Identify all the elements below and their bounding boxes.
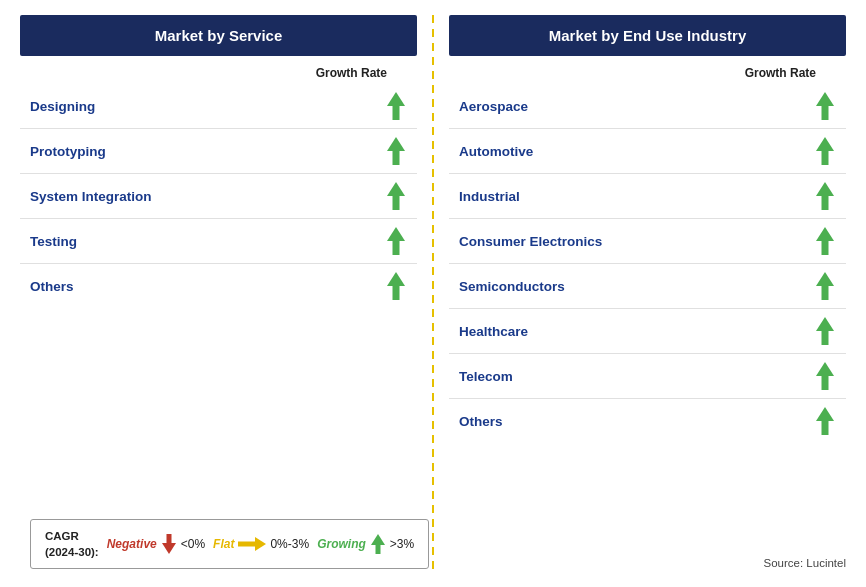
table-row: Consumer Electronics [449, 219, 846, 264]
left-items-list: Designing Prototyping System Integration… [20, 84, 417, 308]
up-arrow-icon [385, 92, 407, 120]
list-item: Semiconductors [459, 279, 565, 294]
flat-arrow-icon [238, 536, 266, 552]
legend-title: CAGR (2024-30): [45, 528, 99, 560]
up-arrow-icon [814, 272, 836, 300]
list-item: Testing [30, 234, 77, 249]
table-row: Telecom [449, 354, 846, 399]
legend-negative: Negative <0% [107, 534, 205, 554]
table-row: Semiconductors [449, 264, 846, 309]
list-item: Others [459, 414, 503, 429]
right-growth-rate-label: Growth Rate [449, 66, 846, 80]
growing-arrow-icon [370, 534, 386, 554]
up-arrow-icon [814, 317, 836, 345]
main-container: Market by Service Growth Rate Designing … [0, 0, 866, 587]
list-item: System Integration [30, 189, 152, 204]
panel-divider [432, 15, 434, 572]
list-item: Telecom [459, 369, 513, 384]
right-items-list: Aerospace Automotive Industrial Consumer… [449, 84, 846, 443]
list-item: Designing [30, 99, 95, 114]
table-row: Industrial [449, 174, 846, 219]
table-row: Testing [20, 219, 417, 264]
legend-growing: Growing >3% [317, 534, 414, 554]
up-arrow-icon [814, 362, 836, 390]
table-row: Healthcare [449, 309, 846, 354]
table-row: Others [20, 264, 417, 308]
table-row: Automotive [449, 129, 846, 174]
right-panel-header: Market by End Use Industry [449, 15, 846, 56]
up-arrow-icon [814, 137, 836, 165]
table-row: Others [449, 399, 846, 443]
list-item: Industrial [459, 189, 520, 204]
up-arrow-icon [385, 182, 407, 210]
up-arrow-icon [385, 137, 407, 165]
negative-arrow-icon [161, 534, 177, 554]
list-item: Healthcare [459, 324, 528, 339]
list-item: Others [30, 279, 74, 294]
legend-flat: Flat 0%-3% [213, 536, 309, 552]
up-arrow-icon [814, 227, 836, 255]
left-panel-header: Market by Service [20, 15, 417, 56]
list-item: Automotive [459, 144, 533, 159]
up-arrow-icon [385, 272, 407, 300]
up-arrow-icon [814, 92, 836, 120]
list-item: Aerospace [459, 99, 528, 114]
source-label: Source: Lucintel [764, 557, 846, 569]
right-panel: Market by End Use Industry Growth Rate A… [439, 15, 856, 572]
table-row: Designing [20, 84, 417, 129]
table-row: System Integration [20, 174, 417, 219]
up-arrow-icon [385, 227, 407, 255]
table-row: Prototyping [20, 129, 417, 174]
list-item: Consumer Electronics [459, 234, 602, 249]
left-panel: Market by Service Growth Rate Designing … [10, 15, 427, 572]
left-growth-rate-label: Growth Rate [20, 66, 417, 80]
table-row: Aerospace [449, 84, 846, 129]
list-item: Prototyping [30, 144, 106, 159]
up-arrow-icon [814, 182, 836, 210]
up-arrow-icon [814, 407, 836, 435]
legend-box: CAGR (2024-30): Negative <0% Flat 0%-3% … [30, 519, 429, 569]
